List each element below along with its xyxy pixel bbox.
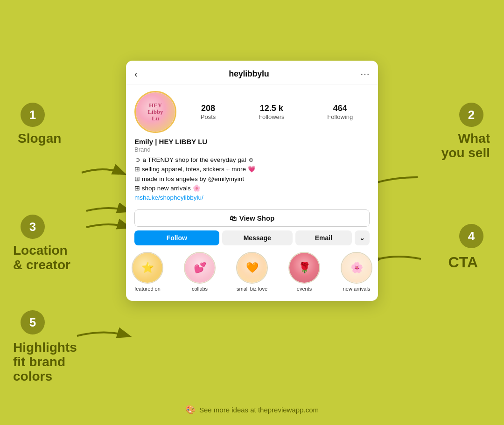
message-button[interactable]: Message [222,230,293,245]
bag-icon: 🛍 [230,214,237,222]
instagram-card: ‹ heylibbylu ⋯ HEYLibbyLu 208 Posts 12.5… [126,61,378,301]
bio-line-1: ☺ a TRENDY shop for the everyday gal ☺ [134,155,370,165]
posts-count: 208 [201,104,216,113]
annotation-slogan: Slogan [18,132,61,146]
username-title: heylibbylu [229,69,269,79]
profile-name: Emily | HEY LIBBY LU [134,138,370,146]
bio-line-4: ⊞ shop new arrivals 🌸 [134,184,370,193]
highlight-collabs-label: collabs [192,286,208,292]
highlights-row: ⭐ featured on 💕 collabs 🧡 small biz love… [126,252,378,292]
highlight-collabs[interactable]: 💕 collabs [184,252,216,292]
follow-button[interactable]: Follow [134,230,219,245]
followers-count: 12.5 k [259,104,285,113]
arrow-4 [370,250,426,268]
action-buttons: Follow Message Email ⌄ [126,230,378,245]
email-button[interactable]: Email [295,230,352,245]
posts-stat: 208 Posts [201,104,216,120]
more-icon[interactable]: ⋯ [360,68,370,79]
badge-2: 2 [459,103,483,127]
profile-stats: 208 Posts 12.5 k Followers 464 Following [184,104,370,120]
following-stat[interactable]: 464 Following [327,104,353,120]
annotation-highlights: Highlightsfit brandcolors [13,341,77,383]
following-label: Following [327,113,353,120]
following-count: 464 [327,104,353,113]
highlight-newarrivals-label: new arrivals [343,286,371,292]
annotation-cta: CTA [448,254,478,271]
back-icon[interactable]: ‹ [134,69,138,79]
view-shop-button[interactable]: 🛍 View Shop [134,209,370,227]
badge-5: 5 [21,310,45,334]
watermark: 🎨 See more ideas at thepreviewapp.com [185,404,319,415]
followers-label: Followers [259,113,285,120]
highlight-events-label: events [297,286,312,292]
profile-header: HEYLibbyLu 208 Posts 12.5 k Followers 46… [126,84,378,137]
badge-3: 3 [21,215,45,239]
badge-4: 4 [459,224,483,248]
watermark-text: See more ideas at thepreviewapp.com [199,406,319,414]
highlight-smallbiz[interactable]: 🧡 small biz love [236,252,268,292]
annotation-location: Location& creator [13,244,70,272]
annotation-what-you-sell: Whatyou sell [441,132,490,160]
arrow-1 [77,163,128,182]
chevron-button[interactable]: ⌄ [355,230,370,245]
avatar: HEYLibbyLu [134,91,176,133]
highlight-featured-label: featured on [134,286,161,292]
bio-line-3: ⊞ made in los angeles by @emilymyint [134,174,370,184]
highlight-newarrivals[interactable]: 🌸 new arrivals [341,252,372,292]
arrow-3 [82,203,133,219]
profile-category: Brand [134,146,370,153]
profile-link[interactable]: msha.ke/shopheylibbylu/ [134,194,370,201]
posts-label: Posts [201,113,216,120]
highlight-featured[interactable]: ⭐ featured on [132,252,163,292]
bio-line-2: ⊞ selling apparel, totes, stickers + mor… [134,165,370,174]
bio-section: Emily | HEY LIBBY LU Brand ☺ a TRENDY sh… [126,137,378,205]
highlight-events[interactable]: 🌹 events [288,252,320,292]
ig-topbar: ‹ heylibbylu ⋯ [126,61,378,84]
followers-stat[interactable]: 12.5 k Followers [259,104,285,120]
badge-1: 1 [21,103,45,127]
highlight-smallbiz-label: small biz love [237,286,267,292]
watermark-icon: 🎨 [185,404,196,415]
arrow-5 [72,327,133,345]
arrow-3b [82,219,133,236]
